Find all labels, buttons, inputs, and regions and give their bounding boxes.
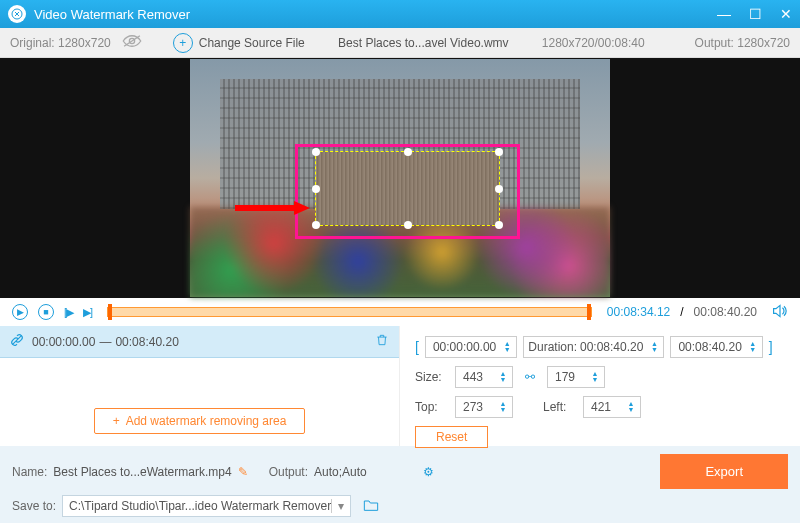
size-label: Size:: [415, 370, 445, 384]
play-button[interactable]: ▶: [12, 304, 28, 320]
segment-link-icon[interactable]: [10, 333, 24, 350]
output-resolution: Output: 1280x720: [695, 36, 790, 50]
resize-handle-mr[interactable]: [495, 185, 503, 193]
resize-handle-tr[interactable]: [495, 148, 503, 156]
reset-button[interactable]: Reset: [415, 426, 488, 448]
add-source-icon[interactable]: +: [173, 33, 193, 53]
bracket-in-icon[interactable]: [: [415, 339, 419, 355]
height-input[interactable]: 179▲▼: [547, 366, 605, 388]
aspect-lock-icon[interactable]: ⚯: [525, 370, 535, 384]
save-path-text: C:\Tipard Studio\Tipar...ideo Watermark …: [69, 499, 331, 513]
video-preview: [0, 58, 800, 298]
add-area-button[interactable]: + Add watermark removing area: [94, 408, 306, 434]
plus-icon: +: [113, 414, 120, 428]
spinner[interactable]: ▲▼: [498, 371, 508, 383]
spinner[interactable]: ▲▼: [649, 341, 659, 353]
export-button[interactable]: Export: [660, 454, 788, 489]
resize-handle-tm[interactable]: [404, 148, 412, 156]
selection-box[interactable]: [315, 151, 500, 226]
output-settings-icon[interactable]: ⚙: [423, 465, 434, 479]
edit-name-icon[interactable]: ✎: [238, 465, 248, 479]
delete-segment-icon[interactable]: [375, 333, 389, 350]
save-path-input[interactable]: C:\Tipard Studio\Tipar...ideo Watermark …: [62, 495, 351, 517]
name-label: Name:: [12, 465, 47, 479]
bottom-bar: Name: Best Places to...eWatermark.mp4 ✎ …: [0, 446, 800, 523]
mark-in-button[interactable]: [▶: [64, 306, 73, 319]
left-label: Left:: [543, 400, 573, 414]
timeline-start-marker[interactable]: [108, 304, 112, 320]
top-label: Top:: [415, 400, 445, 414]
path-dropdown-icon[interactable]: ▾: [331, 499, 344, 513]
timeline-slider[interactable]: [107, 307, 592, 317]
source-filename: Best Places to...avel Video.wmv: [305, 36, 542, 50]
browse-folder-icon[interactable]: [363, 498, 379, 515]
segment-dash: —: [99, 335, 111, 349]
resize-handle-ml[interactable]: [312, 185, 320, 193]
spinner[interactable]: ▲▼: [748, 341, 758, 353]
output-format: Auto;Auto: [314, 465, 367, 479]
time-sep: /: [680, 305, 683, 319]
spinner[interactable]: ▲▼: [498, 401, 508, 413]
app-logo-icon: [8, 5, 26, 23]
duration-input[interactable]: Duration:00:08:40.20▲▼: [523, 336, 664, 358]
change-source-button[interactable]: Change Source File: [199, 36, 305, 50]
resize-handle-tl[interactable]: [312, 148, 320, 156]
spinner[interactable]: ▲▼: [502, 341, 512, 353]
resize-handle-br[interactable]: [495, 221, 503, 229]
bracket-out-icon[interactable]: ]: [769, 339, 773, 355]
current-time: 00:08:34.12: [607, 305, 670, 319]
output-label: Output:: [269, 465, 308, 479]
titlebar: Video Watermark Remover — ☐ ✕: [0, 0, 800, 28]
preview-toggle-icon[interactable]: [121, 34, 143, 51]
video-frame[interactable]: [190, 59, 610, 297]
mark-out-button[interactable]: ▶]: [83, 306, 92, 319]
stop-button[interactable]: ■: [38, 304, 54, 320]
width-input[interactable]: 443▲▼: [455, 366, 513, 388]
left-input[interactable]: 421▲▼: [583, 396, 641, 418]
end-time-input[interactable]: 00:08:40.20▲▼: [670, 336, 762, 358]
save-label: Save to:: [12, 499, 56, 513]
top-input[interactable]: 273▲▼: [455, 396, 513, 418]
segment-row[interactable]: 00:00:00.00 — 00:08:40.20: [0, 326, 399, 358]
info-bar: Original: 1280x720 + Change Source File …: [0, 28, 800, 58]
total-time: 00:08:40.20: [694, 305, 757, 319]
volume-icon[interactable]: [772, 304, 788, 321]
close-button[interactable]: ✕: [780, 6, 792, 22]
add-area-label: Add watermark removing area: [126, 414, 287, 428]
spinner[interactable]: ▲▼: [626, 401, 636, 413]
maximize-button[interactable]: ☐: [749, 6, 762, 22]
segment-start: 00:00:00.00: [32, 335, 95, 349]
properties-panel: [ 00:00:00.00▲▼ Duration:00:08:40.20▲▼ 0…: [400, 326, 800, 446]
segments-panel: 00:00:00.00 — 00:08:40.20 + Add watermar…: [0, 326, 400, 446]
spinner[interactable]: ▲▼: [590, 371, 600, 383]
resize-handle-bl[interactable]: [312, 221, 320, 229]
start-time-input[interactable]: 00:00:00.00▲▼: [425, 336, 517, 358]
resize-handle-bm[interactable]: [404, 221, 412, 229]
player-controls: ▶ ■ [▶ ▶] 00:08:34.12/00:08:40.20: [0, 298, 800, 326]
annotation-arrow: [235, 201, 310, 215]
output-name: Best Places to...eWatermark.mp4: [53, 465, 231, 479]
segment-end: 00:08:40.20: [115, 335, 178, 349]
original-resolution: Original: 1280x720: [10, 36, 111, 50]
app-title: Video Watermark Remover: [34, 7, 717, 22]
timeline-end-marker[interactable]: [587, 304, 591, 320]
minimize-button[interactable]: —: [717, 6, 731, 22]
source-resolution-time: 1280x720/00:08:40: [542, 36, 645, 50]
